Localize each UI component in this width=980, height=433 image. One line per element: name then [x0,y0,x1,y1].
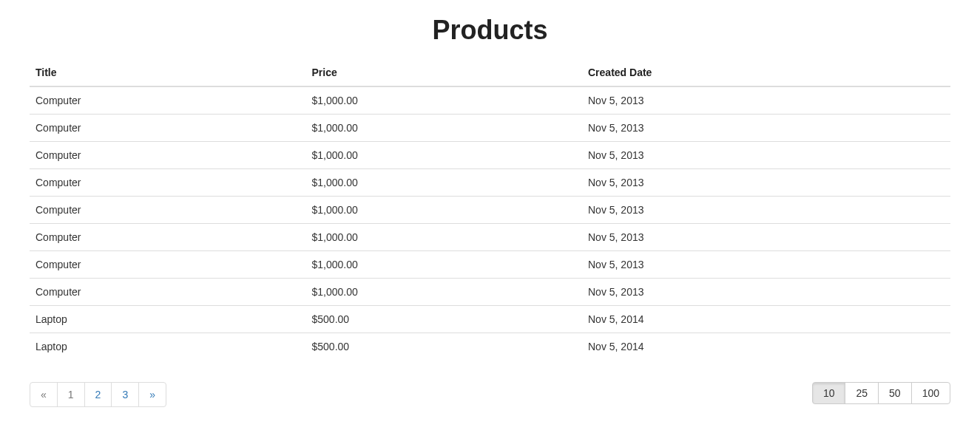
table-row: Computer$1,000.00Nov 5, 2013 [30,169,950,197]
pagination: « 123» [30,382,166,407]
pagination-prev[interactable]: « [30,382,58,407]
cell-created: Nov 5, 2013 [582,251,950,279]
cell-price: $1,000.00 [306,279,583,306]
cell-created: Nov 5, 2013 [582,86,950,115]
cell-created: Nov 5, 2013 [582,197,950,224]
cell-price: $1,000.00 [306,169,583,197]
page-size-option-label: 10 [813,383,845,403]
cell-title: Laptop [30,333,306,361]
table-header-row: Title Price Created Date [30,61,950,86]
page-size-option-25[interactable]: 25 [845,382,879,404]
cell-created: Nov 5, 2014 [582,306,950,333]
cell-created: Nov 5, 2013 [582,142,950,169]
table-row: Computer$1,000.00Nov 5, 2013 [30,197,950,224]
pagination-page-3[interactable]: 3 [111,382,139,407]
cell-title: Computer [30,251,306,279]
page-title: Products [30,15,950,46]
page-size-option-50[interactable]: 50 [878,382,912,404]
column-header-title[interactable]: Title [30,61,306,86]
cell-price: $1,000.00 [306,115,583,142]
cell-title: Computer [30,169,306,197]
table-row: Computer$1,000.00Nov 5, 2013 [30,224,950,251]
cell-price: $1,000.00 [306,142,583,169]
cell-created: Nov 5, 2013 [582,224,950,251]
cell-title: Computer [30,197,306,224]
pagination-next[interactable]: » [138,382,166,407]
table-row: Computer$1,000.00Nov 5, 2013 [30,279,950,306]
column-header-price[interactable]: Price [306,61,583,86]
cell-title: Computer [30,279,306,306]
cell-price: $1,000.00 [306,224,583,251]
table-row: Computer$1,000.00Nov 5, 2013 [30,115,950,142]
cell-title: Computer [30,142,306,169]
table-row: Laptop$500.00Nov 5, 2014 [30,333,950,361]
page-size-option-label: 50 [879,383,911,403]
cell-price: $500.00 [306,333,583,361]
cell-price: $1,000.00 [306,197,583,224]
table-row: Computer$1,000.00Nov 5, 2013 [30,86,950,115]
pagination-page-2[interactable]: 2 [84,382,112,407]
cell-title: Computer [30,115,306,142]
pagination-page-label: 2 [85,383,112,406]
chevron-left-icon: « [30,383,57,406]
page-size-option-10[interactable]: 10 [812,382,846,404]
cell-price: $500.00 [306,306,583,333]
cell-title: Computer [30,86,306,115]
page-size-selector: 102550100 [812,382,950,404]
products-table: Title Price Created Date Computer$1,000.… [30,61,950,360]
page-size-option-label: 25 [845,383,878,403]
table-row: Laptop$500.00Nov 5, 2014 [30,306,950,333]
column-header-created[interactable]: Created Date [582,61,950,86]
cell-title: Computer [30,224,306,251]
pagination-page-1[interactable]: 1 [57,382,85,407]
cell-price: $1,000.00 [306,86,583,115]
page-size-option-label: 100 [912,383,950,403]
pagination-page-label: 3 [112,383,138,406]
cell-created: Nov 5, 2013 [582,169,950,197]
table-row: Computer$1,000.00Nov 5, 2013 [30,142,950,169]
cell-title: Laptop [30,306,306,333]
chevron-right-icon: » [139,383,166,406]
cell-created: Nov 5, 2014 [582,333,950,361]
page-size-option-100[interactable]: 100 [911,382,950,404]
pagination-page-label: 1 [58,383,84,406]
cell-price: $1,000.00 [306,251,583,279]
cell-created: Nov 5, 2013 [582,279,950,306]
table-row: Computer$1,000.00Nov 5, 2013 [30,251,950,279]
cell-created: Nov 5, 2013 [582,115,950,142]
